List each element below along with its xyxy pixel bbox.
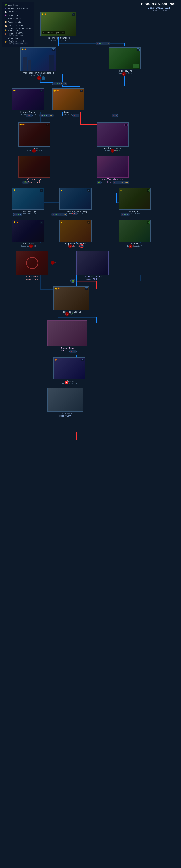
level-badge-promenade: 2 [52, 49, 55, 51]
level-badge-ossuary: 3 [46, 124, 49, 126]
node-graveyard: 3 Graveyard Biome level: 4 [119, 188, 151, 215]
node-biome-astrolab: Biome level: 7 [62, 383, 77, 385]
node-label-clockroom: Clock RoomBoss fight [26, 276, 38, 281]
badge-crypt-time: ☠1 ⏱ 19m 30s [113, 181, 129, 184]
node-toxic: 2 Toxic Sewers Biome level: 2 [109, 47, 141, 74]
level-badge-ramparts: 3 [80, 90, 83, 92]
level-badge-slumber: 3 [87, 189, 90, 192]
node-ramparts: 3 Ramparts Biome level: 3 [52, 88, 84, 116]
node-label-graveyard: Graveyard [129, 210, 140, 213]
node-clocktower: 3 Clock Tower Biome level: 5 [12, 220, 44, 247]
badge-guardian-highpeak: 🌿 [70, 279, 75, 282]
ossuary-boss-badge: ☠ 6 0 [32, 149, 40, 153]
badge-after-crypt: 🌿 [97, 181, 102, 184]
node-ancient: 4 Ancient Sewers Biome level: 3 [97, 122, 129, 152]
legend-vine: 🌿 Vine Rune [4, 4, 32, 7]
legend-power-unlocked: 🔓 Power Scroll unlocked with a key [4, 28, 32, 32]
node-forgotten: 5 Forgotten Sepulcher Biome level: 5 [59, 220, 92, 247]
badge-astrolab-obs: ■ [66, 381, 68, 384]
node-highpeak: 1 High Peak Castle Biome level: 6 [53, 286, 89, 315]
node-label-observatory: ObservatoryBoss fight [59, 412, 72, 417]
badge-highpeak-throne: ☠ 6 0 [66, 312, 73, 316]
level-badge-toxic: 2 [136, 49, 139, 51]
title-block: PROGRESSION MAP Dead Cells 1.2 BY RAY G.… [139, 2, 179, 12]
node-observatory: ObservatoryBoss fight [47, 388, 83, 417]
legend-teleport: ✦ Teleportation Rune [4, 7, 32, 10]
title-main: PROGRESSION MAP [139, 2, 179, 6]
node-guardian: Guardian's HavenBoss fight [76, 251, 109, 281]
badge-throne-x5: ☠x5 [69, 350, 77, 353]
node-promenade: 2 Promenade of the Condemned Biome level… [20, 47, 56, 76]
title-author: BY RAY G. QUIT [139, 10, 179, 12]
node-stilt: 3 Stilt Village Biome level: 4 [12, 188, 44, 215]
node-slumber: 3 Slumbering Sanctuary Biome level: 4 [59, 188, 92, 215]
legend-flawless: 🏆 Flawless boss kill challenge door [4, 40, 32, 44]
node-prisoners: Prisoners' Quarters 1 Prisoners' Quarter… [40, 12, 76, 41]
node-cavern: 3 Cavern Biome level: 7 [119, 220, 151, 247]
level-badge-astrolab: 2 [81, 359, 84, 362]
node-label-guardian: Guardian's HavenBoss fight [83, 276, 102, 281]
legend-timed: ⏱ Timed door [4, 37, 32, 40]
node-biome-prisoners: Biome level: 1 [51, 39, 66, 41]
node-label-blackbridge: Black BridgeBoss fight [27, 178, 42, 184]
badge-stilt-clock: ☠6 ◆0 [13, 213, 22, 216]
legend-dual-scroll: 📜 Dual-stat Scroll [4, 24, 32, 27]
legend-panel: 🌿 Vine Rune ✦ Teleportation Rune 🐏 Ram R… [2, 2, 34, 47]
node-astrolab: 2 Astrolab Biome level: 7 [53, 358, 85, 385]
badge-prom-toxic: ☠6 ◆0 ⏱ 8m [52, 82, 67, 85]
toxic-icons: ☠ [122, 72, 126, 76]
level-badge-stilt: 3 [40, 189, 43, 192]
clocktower-boss-icon: ☠ 6 [29, 244, 34, 248]
legend-ram: 🐏 Ram Rune [4, 11, 32, 13]
legend-power-scroll: 📜 Power Scroll [4, 21, 32, 24]
node-ossuary: 3 Ossuary Biome level: 4 [18, 122, 50, 152]
cavern-boss-icon: ☠ 6 [129, 244, 134, 248]
badge-p-right: ☠3 ◆0 ⏱ 2m [96, 42, 110, 45]
node-label-prison: Prison Depths [20, 111, 36, 114]
level-badge-prison: 3 [40, 90, 43, 92]
level-badge-graveyard: 3 [147, 189, 150, 192]
badge-graveyard-cavern: ☠6 ◆0 [121, 213, 130, 216]
level-badge-highpeak: 1 [85, 287, 88, 290]
forgotten-boss-icon: ☠ 6 [68, 244, 74, 248]
node-label-stilt: Stilt Village [20, 210, 36, 213]
node-label-prisoners: Prisoners' Quarters [47, 37, 70, 39]
node-clockroom: Clock RoomBoss fight [16, 251, 48, 281]
level-badge-ancient: 4 [125, 124, 128, 126]
badge-forgotten-x2: x2 [79, 244, 84, 248]
legend-unscaled: 🚪 Unscaled kills challenge door [4, 32, 32, 36]
title-sub: Dead Cells 1.2 [139, 6, 179, 9]
node-prison: 3 Prison Depths Biome level: 3 [12, 88, 44, 116]
level-badge-cavern: 3 [147, 221, 150, 224]
badge-clockroom-guardian: ☠ 6 3 [51, 261, 58, 265]
promenade-icons: ☠ ● [37, 76, 45, 80]
level-badge-prisoners: 1 [72, 13, 75, 16]
node-crypt: Insufferable CryptBoss fight [97, 156, 129, 184]
badge-after-black: 🌿 ☠ [22, 181, 29, 184]
node-blackbridge: Black BridgeBoss fight [18, 156, 50, 184]
badge-ancient-x3: ☠x3 [112, 114, 118, 117]
legend-boss-stem: ☠ Boss Stem Cell [4, 18, 32, 20]
node-throneroom: Throne RoomBoss fight [47, 320, 87, 352]
badge-prison-x1: ☠x1 [26, 114, 32, 117]
badge-ramparts-x3: ☠x3 [72, 114, 79, 117]
node-label-ramparts: Ramparts [63, 111, 73, 114]
node-biome-stilt: Biome level: 4 [21, 213, 36, 215]
badge-slumber-forgotten: ☠6 ◆0 ⏱ 25m [51, 213, 67, 216]
badge-slumber-x2: x2 [72, 212, 77, 215]
level-badge-forgotten: 5 [87, 221, 90, 224]
ancient-boss-badge: ☠ 6 0 [111, 149, 118, 153]
node-label-promenade: Promenade of the Condemned [23, 72, 54, 74]
badge-prison-boss: ☠6 ◆8 ⏱ 8m [39, 114, 54, 117]
level-badge-clocktower: 3 [40, 221, 43, 224]
legend-spider: 🕷 Spider Rune [4, 14, 32, 17]
